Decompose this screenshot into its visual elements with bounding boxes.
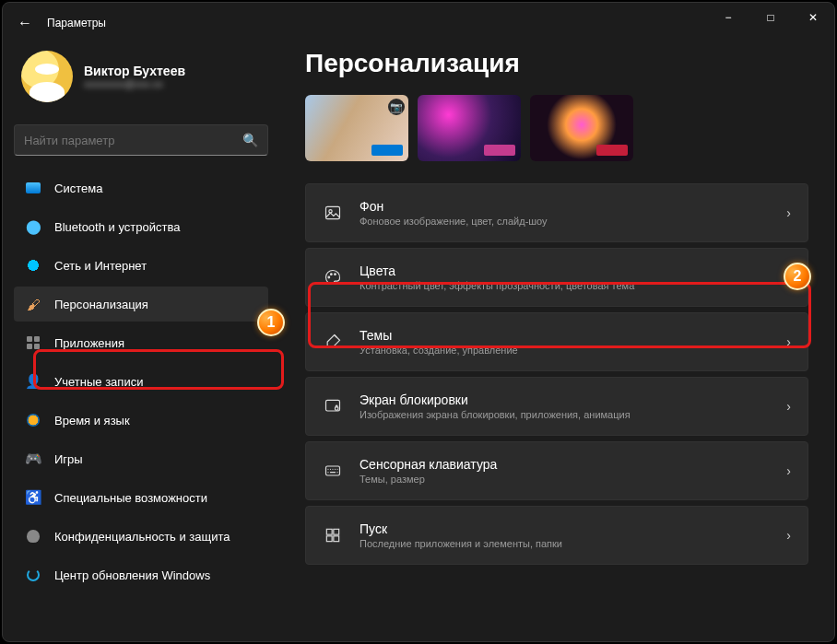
sidebar-item-label: Время и язык (54, 414, 130, 427)
svg-point-2 (328, 276, 330, 278)
svg-rect-9 (334, 529, 339, 534)
chevron-right-icon: › (786, 399, 791, 414)
option-title: Цвета (360, 263, 770, 278)
option-colors[interactable]: Цвета Контрастный цвет, эффекты прозрачн… (305, 248, 808, 307)
brush-icon: 🖌 (25, 296, 41, 312)
sidebar-item-apps[interactable]: Приложения (14, 325, 268, 360)
sidebar-item-accounts[interactable]: 👤 Учетные записи (14, 364, 268, 399)
gamepad-icon: 🎮 (25, 451, 41, 467)
sidebar-item-gaming[interactable]: 🎮 Игры (14, 441, 268, 476)
window-title: Параметры (47, 17, 106, 29)
svg-rect-7 (326, 466, 340, 475)
globe-icon (25, 412, 41, 428)
chevron-right-icon: › (786, 205, 791, 220)
sidebar-item-windows-update[interactable]: Центр обновления Windows (14, 557, 268, 592)
option-desc: Контрастный цвет, эффекты прозрачности, … (360, 280, 770, 291)
accessibility-icon: ♿ (25, 489, 41, 506)
svg-rect-0 (326, 206, 340, 218)
option-title: Темы (360, 328, 770, 343)
start-icon (323, 525, 343, 545)
sidebar-item-label: Сеть и Интернет (54, 259, 147, 273)
option-title: Сенсорная клавиатура (360, 457, 770, 472)
sidebar: Виктор Бухтеев xxxxxxxx@xxx.xx 🔍 Система… (3, 43, 279, 641)
accent-tile (484, 145, 515, 156)
profile-name: Виктор Бухтеев (84, 64, 185, 78)
person-icon: 👤 (25, 373, 41, 390)
theme-preview-light[interactable]: 📷 (305, 95, 408, 161)
theme-previews: 📷 (305, 95, 808, 161)
profile-email: xxxxxxxx@xxx.xx (84, 78, 185, 89)
option-desc: Последние приложения и элементы, папки (360, 538, 770, 549)
option-desc: Установка, создание, управление (360, 345, 770, 356)
sidebar-item-bluetooth[interactable]: ⬤ Bluetooth и устройства (14, 209, 268, 244)
option-title: Экран блокировки (360, 392, 770, 407)
sidebar-item-system[interactable]: Система (14, 170, 268, 205)
option-desc: Темы, размер (360, 474, 770, 485)
sidebar-item-label: Игры (54, 452, 83, 466)
option-background[interactable]: Фон Фоновое изображение, цвет, слайд-шоу… (305, 183, 808, 242)
sidebar-item-network[interactable]: Сеть и Интернет (14, 248, 268, 283)
chevron-right-icon: › (786, 334, 791, 349)
chevron-right-icon: › (786, 463, 791, 478)
back-button[interactable]: ← (10, 8, 40, 38)
theme-preview-flower[interactable] (530, 95, 633, 161)
sidebar-item-label: Приложения (54, 336, 124, 350)
sidebar-item-personalization[interactable]: 🖌 Персонализация (14, 287, 268, 322)
accent-tile (371, 145, 403, 156)
theme-preview-purple[interactable] (418, 95, 521, 161)
system-icon (25, 180, 41, 196)
sidebar-item-time-language[interactable]: Время и язык (14, 403, 268, 438)
sidebar-item-label: Персонализация (54, 298, 148, 311)
search-icon: 🔍 (242, 133, 258, 147)
sidebar-item-label: Учетные записи (54, 375, 143, 389)
close-button[interactable]: ✕ (792, 3, 834, 32)
update-icon (25, 567, 41, 583)
titlebar: ← Параметры − □ ✕ (3, 3, 834, 43)
svg-rect-10 (326, 536, 332, 542)
network-icon (25, 257, 41, 274)
search-input[interactable] (24, 134, 242, 147)
settings-window: ← Параметры − □ ✕ Виктор Бухтеев xxxxxxx… (2, 2, 835, 642)
palette-icon (323, 267, 343, 287)
svg-point-3 (331, 274, 333, 275)
option-title: Пуск (360, 521, 770, 536)
keyboard-icon (323, 461, 343, 481)
sidebar-item-label: Система (54, 181, 102, 195)
option-title: Фон (360, 199, 770, 214)
sidebar-item-privacy[interactable]: Конфиденциальность и защита (14, 519, 268, 554)
option-touch-keyboard[interactable]: Сенсорная клавиатура Темы, размер › (305, 441, 808, 500)
bluetooth-icon: ⬤ (25, 218, 41, 235)
camera-icon: 📷 (388, 99, 405, 115)
svg-point-4 (335, 274, 336, 275)
page-title: Персонализация (305, 49, 808, 78)
svg-rect-11 (334, 536, 339, 542)
sidebar-item-accessibility[interactable]: ♿ Специальные возможности (14, 480, 268, 515)
sidebar-item-label: Bluetooth и устройства (54, 220, 180, 234)
sidebar-item-label: Специальные возможности (54, 491, 207, 505)
search-box[interactable]: 🔍 (14, 124, 268, 156)
profile[interactable]: Виктор Бухтеев xxxxxxxx@xxx.xx (14, 43, 268, 117)
avatar (21, 51, 73, 102)
option-lockscreen[interactable]: Экран блокировки Изображения экрана блок… (305, 377, 808, 436)
lockscreen-icon (323, 396, 343, 416)
maximize-button[interactable]: □ (749, 3, 792, 32)
chevron-right-icon: › (786, 528, 791, 543)
accent-tile (596, 145, 628, 156)
image-icon (323, 203, 343, 223)
svg-rect-6 (336, 407, 338, 410)
main-content: Персонализация 📷 Фон Фоновое изображение… (279, 43, 834, 641)
minimize-button[interactable]: − (707, 3, 749, 32)
option-start[interactable]: Пуск Последние приложения и элементы, па… (305, 506, 808, 565)
option-desc: Изображения экрана блокировки, приложени… (360, 409, 770, 420)
svg-rect-8 (326, 529, 332, 534)
themes-icon (323, 332, 343, 352)
window-controls: − □ ✕ (707, 3, 834, 32)
option-desc: Фоновое изображение, цвет, слайд-шоу (360, 216, 770, 227)
sidebar-item-label: Конфиденциальность и защита (54, 530, 230, 544)
apps-icon (25, 334, 41, 351)
shield-icon (25, 528, 41, 544)
option-themes[interactable]: Темы Установка, создание, управление › (305, 312, 808, 371)
sidebar-item-label: Центр обновления Windows (54, 568, 210, 582)
chevron-right-icon: › (786, 270, 791, 285)
